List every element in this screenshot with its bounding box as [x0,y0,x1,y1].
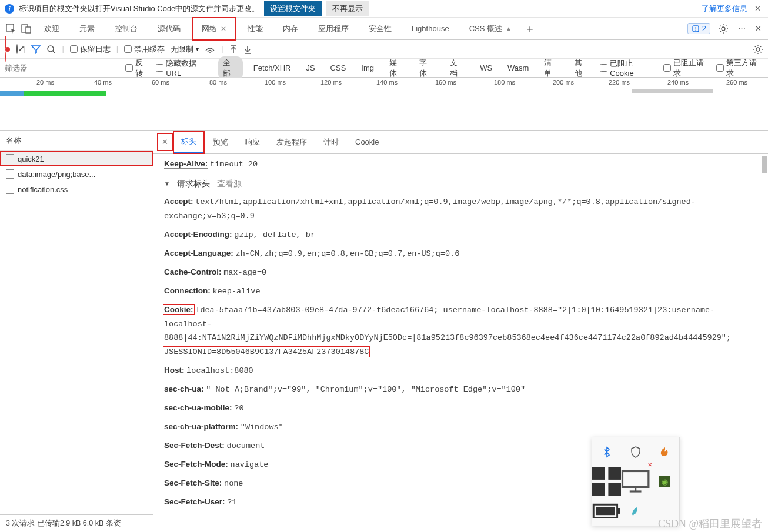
tab-lighthouse[interactable]: Lighthouse [403,19,458,38]
settings-icon[interactable] [716,22,730,36]
network-conditions-icon[interactable] [205,45,215,53]
tab-security[interactable]: 安全性 [360,18,400,39]
filter-wasm[interactable]: Wasm [503,62,533,73]
svg-rect-15 [608,483,621,496]
filter-js[interactable]: JS [301,62,319,73]
filter-media[interactable]: 媒体 [385,56,409,80]
svg-rect-20 [617,508,620,514]
record-icon[interactable] [5,38,11,61]
close-tab-icon[interactable]: ✕ [221,25,226,33]
network-settings-icon[interactable] [753,44,763,55]
close-details-icon[interactable]: ✕ [158,134,172,150]
tab-network[interactable]: 网络✕ [192,17,236,41]
add-tab-icon[interactable]: ＋ [523,20,537,38]
export-har-icon[interactable] [243,45,252,54]
header-value: Idea-5faaa71b=437ab803-09e8-47da-9772-f6… [164,306,731,357]
filter-ws[interactable]: WS [475,62,497,73]
timeline-tick: 140 ms [376,79,398,86]
network-timeline[interactable]: 20 ms 40 ms 60 ms 80 ms 100 ms 120 ms 14… [0,78,768,131]
filter-css[interactable]: CSS [326,62,351,73]
import-har-icon[interactable] [229,45,238,54]
system-tray-popup: ✕ ◉ [592,437,680,526]
filter-fetch-xhr[interactable]: Fetch/XHR [249,62,296,73]
network-toolbar: | | 保留日志 | 禁用缓存 无限制▾ | [0,40,768,59]
blocked-requests-checkbox[interactable]: 已阻止请求 [663,58,710,79]
tab-initiator[interactable]: 发起程序 [269,132,314,152]
sidebar-header[interactable]: 名称 [0,131,153,151]
timeline-tick: 60 ms [152,79,169,86]
clear-icon[interactable] [16,45,18,53]
tab-performance[interactable]: 性能 [239,18,272,39]
firewall-icon[interactable] [650,437,679,467]
header-label: Sec-Fetch-Mode: [164,460,228,469]
header-label: Sec-Fetch-User: [164,497,225,504]
filter-manifest[interactable]: 清单 [539,56,563,80]
third-party-checkbox[interactable]: 第三方请求 [716,58,763,79]
filter-doc[interactable]: 文档 [445,56,469,80]
issues-count: 2 [702,24,706,33]
header-label-cookie: Cookie: [164,305,193,314]
caret-down-icon: ▼ [164,180,170,187]
header-value: ?1 [227,498,236,504]
request-headers-section[interactable]: ▼ 请求标头 查看源 [164,179,757,189]
tab-console[interactable]: 控制台 [106,18,146,39]
bluetooth-icon[interactable] [592,437,621,467]
tab-preview[interactable]: 预览 [206,132,235,152]
filter-all[interactable]: 全部 [218,56,242,80]
tab-sources[interactable]: 源代码 [149,18,189,39]
svg-rect-21 [596,507,615,514]
header-value: localhost:8080 [186,366,253,375]
security-shield-icon[interactable]: ✕ [621,437,650,467]
device-toggle-icon[interactable] [20,22,33,35]
set-root-button[interactable]: 设置根文件夹 [264,1,322,16]
svg-text:!: ! [695,26,697,32]
blocked-cookies-checkbox[interactable]: 已阻止 Cookie [600,58,657,78]
scrollbar-thumb[interactable] [762,156,767,173]
header-label: Sec-Fetch-Site: [164,479,222,487]
tab-memory[interactable]: 内存 [274,18,307,39]
close-devtools-icon[interactable]: ✕ [753,22,763,35]
view-source-link[interactable]: 查看源 [217,179,242,189]
request-row[interactable]: data:image/png;base... [0,166,153,182]
tab-welcome[interactable]: 欢迎 [35,18,68,39]
display-icon[interactable] [621,467,650,496]
filter-other[interactable]: 其他 [570,56,594,80]
request-row[interactable]: quick21 [0,151,153,166]
invert-checkbox[interactable]: 反转 [125,58,150,79]
filter-input[interactable] [5,63,119,72]
learn-more-link[interactable]: 了解更多信息 [702,4,747,14]
header-value: ?0 [234,404,243,413]
tab-elements[interactable]: 元素 [71,18,103,39]
dont-show-button[interactable]: 不再显示 [326,1,369,16]
search-icon[interactable] [46,45,56,54]
battery-icon[interactable] [592,496,621,526]
issues-button[interactable]: ! 2 [687,23,710,34]
close-icon[interactable]: ✕ [752,4,763,13]
tab-cookies[interactable]: Cookie [348,133,386,151]
inspect-element-icon[interactable] [5,22,18,35]
hide-data-urls-checkbox[interactable]: 隐藏数据 URL [156,58,212,78]
filter-icon[interactable] [31,45,41,54]
tab-application[interactable]: 应用程序 [309,18,358,39]
document-icon [6,154,14,163]
throttling-select[interactable]: 无限制▾ [171,44,199,55]
tab-css-overview[interactable]: CSS 概述 ▲ [460,18,520,39]
tab-timing[interactable]: 计时 [316,132,346,152]
filter-font[interactable]: 字体 [415,56,439,80]
windows-icon[interactable] [592,467,621,496]
nvidia-icon[interactable]: ◉ [650,467,679,496]
filter-img[interactable]: Img [356,62,379,73]
preserve-log-checkbox[interactable]: 保留日志 [70,44,111,55]
more-icon[interactable]: ⋯ [736,22,747,35]
network-filterbar: 反转 隐藏数据 URL 全部 Fetch/XHR JS CSS Img 媒体 字… [0,59,768,78]
disable-cache-checkbox[interactable]: 禁用缓存 [124,44,165,55]
tab-headers[interactable]: 标头 [174,132,203,153]
svg-rect-2 [26,27,31,33]
info-icon: i [5,4,14,14]
timeline-tick: 220 ms [609,79,630,86]
rocket-icon[interactable] [621,496,650,526]
tab-response[interactable]: 响应 [238,132,267,152]
timeline-tick: 20 ms [36,79,54,86]
request-row[interactable]: notification.css [0,182,153,197]
svg-rect-16 [623,471,649,487]
